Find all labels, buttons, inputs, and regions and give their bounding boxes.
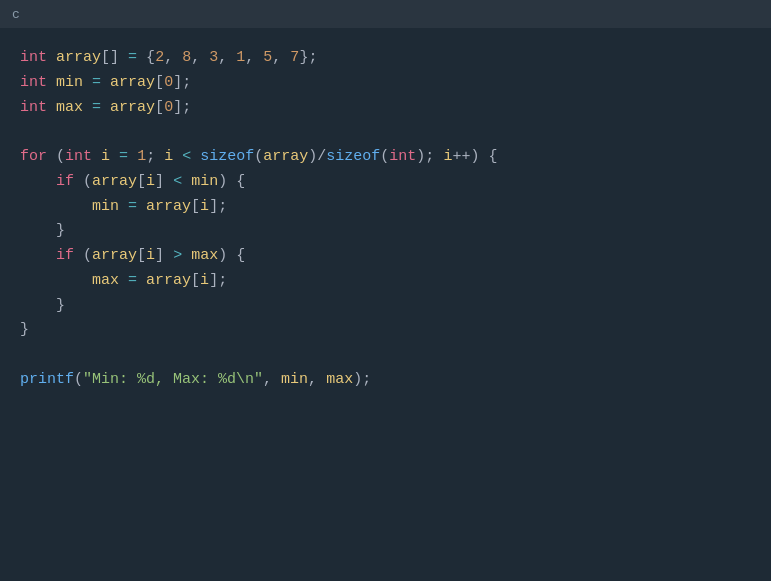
code-line-8: if (array[i] > max) { (20, 244, 751, 269)
code-line-3: int max = array[0]; (20, 96, 751, 121)
code-line-5: if (array[i] < min) { (20, 170, 751, 195)
code-line-12: printf("Min: %d, Max: %d\n", min, max); (20, 368, 751, 393)
code-line-10: } (20, 294, 751, 319)
code-line-2: int min = array[0]; (20, 71, 751, 96)
title-bar: c (0, 0, 771, 28)
code-line-4: for (int i = 1; i < sizeof(array)/sizeof… (20, 145, 751, 170)
code-line-7: } (20, 219, 751, 244)
empty-line-1 (20, 120, 751, 145)
title-label: c (12, 7, 20, 22)
empty-line-2 (20, 343, 751, 368)
code-line-6: min = array[i]; (20, 195, 751, 220)
code-area: int array[] = {2, 8, 3, 1, 5, 7}; int mi… (0, 28, 771, 411)
code-line-9: max = array[i]; (20, 269, 751, 294)
code-line-1: int array[] = {2, 8, 3, 1, 5, 7}; (20, 46, 751, 71)
code-line-11: } (20, 318, 751, 343)
